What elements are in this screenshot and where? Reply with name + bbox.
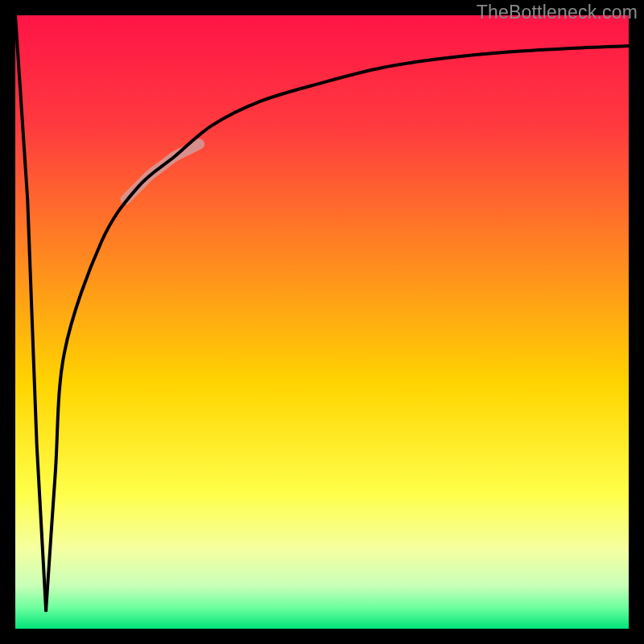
bottleneck-chart xyxy=(0,0,644,644)
watermark-text: TheBottleneck.com xyxy=(477,2,638,23)
plot-background xyxy=(15,15,629,629)
curve-minimum-point xyxy=(44,609,47,612)
chart-container: TheBottleneck.com xyxy=(0,0,644,644)
plot-area xyxy=(0,0,644,644)
